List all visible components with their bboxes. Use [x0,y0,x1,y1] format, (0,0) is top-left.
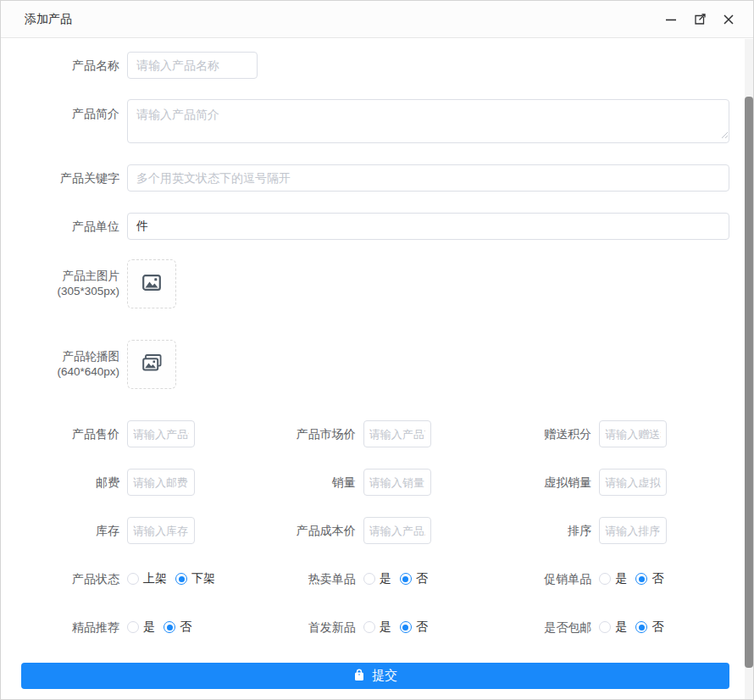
product-intro-textarea-wrap [127,99,729,143]
sale-price-input[interactable] [127,420,195,447]
radio-label: 否 [651,571,663,586]
radio-icon [599,573,611,585]
radio-icon [599,621,611,633]
field-product-status: 产品状态 上架 下架 [21,571,258,586]
radio-label: 是 [615,571,627,586]
market-price-input[interactable] [363,420,431,447]
main-image-label: 产品主图片 (305*305px) [21,269,119,298]
field-main-image: 产品主图片 (305*305px) [21,259,729,308]
field-virtual-sales: 虚拟销量 [493,469,729,496]
radio-icon [127,621,139,633]
radio-icon [400,573,412,585]
postage-input[interactable] [127,469,195,496]
virtual-sales-input[interactable] [599,469,667,496]
first-new-label: 首发新品 [258,619,356,635]
minimize-button[interactable] [662,10,680,29]
field-first-new: 首发新品 是 否 [258,619,494,635]
cost-price-input[interactable] [363,517,431,544]
window-title: 添加产品 [25,12,72,27]
radio-option-no[interactable]: 否 [400,571,428,586]
field-sort: 排序 [493,517,729,544]
radio-label: 上架 [143,571,167,586]
product-name-input[interactable] [127,52,258,79]
radio-option-no[interactable]: 否 [635,571,663,586]
field-promo-item: 促销单品 是 否 [493,571,729,586]
product-intro-label: 产品简介 [21,106,119,121]
sort-input[interactable] [599,517,667,544]
radio-label: 否 [416,619,428,635]
minimize-icon [665,14,677,25]
carousel-image-label: 产品轮播图 (640*640px) [21,349,119,379]
gift-points-label: 赠送积分 [493,426,591,442]
maximize-icon [694,13,707,25]
images-stack-icon [142,354,162,375]
radio-option-yes[interactable]: 是 [599,619,627,635]
radio-option-yes[interactable]: 是 [363,571,391,586]
product-keywords-label: 产品关键字 [21,170,119,186]
submit-button[interactable]: 提交 [21,663,729,689]
main-image-upload[interactable] [127,259,176,308]
radio-option-no[interactable]: 否 [164,619,191,635]
field-gift-points: 赠送积分 [493,420,729,447]
product-keywords-input[interactable] [127,164,729,192]
field-sale-price: 产品售价 [21,420,258,447]
sort-label: 排序 [493,523,591,538]
radio-icon [635,573,647,585]
carousel-image-upload[interactable] [127,340,176,389]
stock-input[interactable] [127,517,195,544]
radio-option-no[interactable]: 否 [635,619,663,635]
featured-label: 精品推荐 [21,619,119,635]
radio-option-no[interactable]: 否 [400,619,428,635]
sale-price-label: 产品售价 [21,426,119,442]
gift-points-input[interactable] [599,420,667,447]
radio-label: 下架 [191,571,215,586]
product-status-radio-group: 上架 下架 [127,571,224,586]
radio-icon [175,573,187,585]
titlebar: 添加产品 [1,1,753,38]
promo-item-radio-group: 是 否 [599,571,672,586]
product-status-label: 产品状态 [21,571,119,586]
first-new-radio-group: 是 否 [363,619,436,635]
sales-label: 销量 [258,475,356,490]
field-product-keywords: 产品关键字 [21,164,729,192]
add-product-window: 添加产品 [0,0,754,700]
field-featured: 精品推荐 是 否 [21,619,258,635]
field-product-intro: 产品简介 [21,99,729,143]
bag-icon [353,669,365,684]
radio-option-on-shelf[interactable]: 上架 [127,571,167,586]
field-stock: 库存 [21,517,258,544]
product-name-label: 产品名称 [21,58,119,73]
free-shipping-label: 是否包邮 [493,619,591,635]
close-button[interactable] [719,10,738,29]
cost-price-label: 产品成本价 [258,523,356,538]
sales-input[interactable] [363,469,431,496]
radio-option-off-shelf[interactable]: 下架 [175,571,215,586]
field-product-unit: 产品单位 [21,213,729,240]
product-unit-input[interactable] [127,213,729,240]
radio-icon [400,621,412,633]
radio-option-yes[interactable]: 是 [599,571,627,586]
postage-label: 邮费 [21,475,119,490]
radio-label: 是 [380,571,391,586]
row-status-radios: 产品状态 上架 下架 热卖单品 是 [21,565,729,592]
hot-item-label: 热卖单品 [258,571,356,586]
radio-label: 否 [180,619,191,635]
product-intro-textarea[interactable] [127,99,729,143]
field-postage: 邮费 [21,469,258,496]
stock-label: 库存 [21,523,119,538]
row-feature-radios: 精品推荐 是 否 首发新品 是 [21,614,729,641]
row-price-fields: 产品售价 产品市场价 赠送积分 [21,420,729,447]
featured-radio-group: 是 否 [127,619,200,635]
radio-option-yes[interactable]: 是 [363,619,391,635]
scrollbar-thumb[interactable] [745,97,753,668]
radio-icon [164,621,175,633]
maximize-button[interactable] [690,10,709,29]
submit-label: 提交 [372,668,397,684]
radio-option-yes[interactable]: 是 [127,619,155,635]
close-icon [723,14,735,25]
radio-label: 否 [651,619,663,635]
promo-item-label: 促销单品 [493,571,591,586]
field-carousel-image: 产品轮播图 (640*640px) [21,340,729,389]
row-postage-fields: 邮费 销量 虚拟销量 [21,469,729,496]
form-scroll-area: 产品名称 产品简介 产品关键字 产品单位 [1,39,753,699]
